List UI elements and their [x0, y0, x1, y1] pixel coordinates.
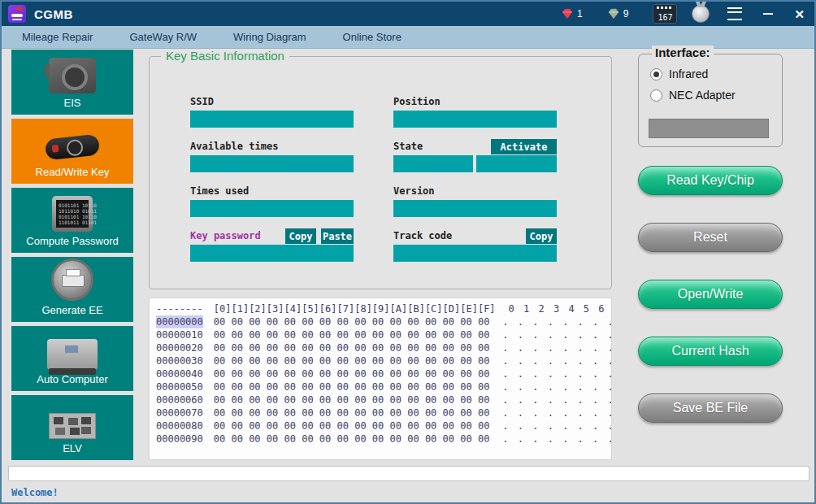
- hex-row-address[interactable]: 00000030: [156, 354, 203, 367]
- hex-row-ascii: . . . . . . . .: [502, 407, 612, 419]
- device-icon: [49, 58, 96, 93]
- hex-row-bytes[interactable]: 00 00 00 00 00 00 00 00 00 00 00 00 00 0…: [214, 381, 490, 393]
- titlebar-right-cluster: 1 9 167 ✕: [561, 2, 814, 26]
- hex-row-address[interactable]: 00000080: [156, 419, 203, 432]
- green-gem-count: 9: [623, 8, 629, 20]
- sidebar-item-label: EIS: [64, 97, 81, 109]
- sidebar-item-label: Compute Password: [26, 235, 118, 247]
- hex-row[interactable]: 0000004000 00 00 00 00 00 00 00 00 00 00…: [156, 367, 611, 380]
- hex-row-address[interactable]: 00000020: [156, 341, 203, 354]
- hex-viewer[interactable]: --------[0][1][2][3][4][5][6][7][8][9][A…: [149, 298, 612, 460]
- position-label: Position: [393, 96, 441, 107]
- sidebar-item[interactable]: ELV: [11, 395, 133, 460]
- track-code-field[interactable]: [393, 245, 557, 262]
- app-logo-icon: [8, 5, 26, 23]
- title-bar: CGMB 1 9 167 ✕: [2, 2, 814, 26]
- hex-header-columns: [0][1][2][3][4][5][6][7][8][9][A][B][C][…: [214, 303, 496, 315]
- hex-row-bytes[interactable]: 00 00 00 00 00 00 00 00 00 00 00 00 00 0…: [214, 420, 490, 432]
- action-button[interactable]: Save BE File: [638, 393, 783, 423]
- hex-row-address[interactable]: 00000040: [156, 367, 203, 380]
- hex-rows: 0000000000 00 00 00 00 00 00 00 00 00 00…: [156, 315, 611, 445]
- hex-row[interactable]: 0000005000 00 00 00 00 00 00 00 00 00 00…: [156, 380, 611, 393]
- hex-row[interactable]: 0000008000 00 00 00 00 00 00 00 00 00 00…: [156, 419, 611, 432]
- hex-row-ascii: . . . . . . . .: [502, 433, 612, 445]
- track-code-label: Track code: [393, 230, 452, 241]
- hex-row-ascii: . . . . . . . .: [502, 368, 612, 380]
- device-icon: [49, 413, 96, 439]
- main-content: EIS Read/Write Key Compute Password Gene…: [2, 49, 814, 503]
- radio-button-icon[interactable]: [650, 89, 662, 102]
- position-field[interactable]: [393, 111, 557, 128]
- hex-row[interactable]: 0000003000 00 00 00 00 00 00 00 00 00 00…: [156, 354, 611, 367]
- menu-item[interactable]: Mileage Repair: [22, 31, 93, 43]
- device-icon: [51, 259, 93, 301]
- sidebar-item[interactable]: Read/Write Key: [11, 119, 133, 184]
- activate-button[interactable]: Activate: [491, 139, 557, 154]
- sidebar: EIS Read/Write Key Compute Password Gene…: [11, 50, 133, 464]
- hex-row-bytes[interactable]: 00 00 00 00 00 00 00 00 00 00 00 00 00 0…: [214, 342, 490, 354]
- version-field[interactable]: [393, 200, 557, 217]
- interface-panel-title: Interface:: [652, 46, 714, 59]
- counter-value: 167: [658, 12, 672, 23]
- radio-option-infrared[interactable]: Infrared: [650, 67, 782, 80]
- track-code-copy-button[interactable]: Copy: [526, 228, 557, 244]
- hex-row-address[interactable]: 00000000: [156, 315, 203, 328]
- radio-button-icon[interactable]: [650, 68, 662, 80]
- counter-icon: 167: [653, 4, 677, 24]
- version-label: Version: [393, 185, 435, 197]
- hex-row-bytes[interactable]: 00 00 00 00 00 00 00 00 00 00 00 00 00 0…: [214, 329, 490, 341]
- hex-row[interactable]: 0000007000 00 00 00 00 00 00 00 00 00 00…: [156, 406, 611, 419]
- device-icon: [47, 339, 98, 370]
- action-button[interactable]: Reset: [638, 223, 783, 252]
- action-button[interactable]: Read Key/Chip: [638, 166, 783, 195]
- hex-row-bytes[interactable]: 00 00 00 00 00 00 00 00 00 00 00 00 00 0…: [214, 407, 490, 419]
- radio-option-nec-adapter[interactable]: NEC Adapter: [650, 89, 782, 102]
- available-times-field[interactable]: [190, 155, 354, 172]
- counter-dots: [657, 7, 673, 9]
- sidebar-item[interactable]: Auto Computer: [11, 326, 133, 391]
- hex-row-bytes[interactable]: 00 00 00 00 00 00 00 00 00 00 00 00 00 0…: [214, 316, 490, 328]
- hex-row-bytes[interactable]: 00 00 00 00 00 00 00 00 00 00 00 00 00 0…: [214, 368, 490, 380]
- hex-header-row: --------[0][1][2][3][4][5][6][7][8][9][A…: [156, 302, 611, 315]
- hex-row-address[interactable]: 00000010: [156, 328, 203, 341]
- state-field-1[interactable]: [393, 155, 473, 172]
- sidebar-item[interactable]: EIS: [11, 50, 133, 115]
- hex-row[interactable]: 0000001000 00 00 00 00 00 00 00 00 00 00…: [156, 328, 611, 341]
- state-label: State: [393, 141, 423, 152]
- hamburger-menu-icon[interactable]: [727, 7, 742, 20]
- hex-row-ascii: . . . . . . . .: [502, 329, 612, 341]
- menu-item[interactable]: Online Store: [343, 31, 401, 43]
- hex-row-bytes[interactable]: 00 00 00 00 00 00 00 00 00 00 00 00 00 0…: [214, 433, 490, 445]
- key-password-field[interactable]: [190, 245, 354, 262]
- sidebar-item[interactable]: Compute Password: [11, 188, 133, 253]
- interface-status-bar: [649, 119, 769, 138]
- sidebar-item-label: Read/Write Key: [36, 166, 110, 178]
- sidebar-item[interactable]: Generate EE: [11, 257, 133, 322]
- hex-row-address[interactable]: 00000060: [156, 393, 203, 406]
- hex-row[interactable]: 0000006000 00 00 00 00 00 00 00 00 00 00…: [156, 393, 611, 406]
- times-used-field[interactable]: [190, 200, 354, 217]
- ssid-field[interactable]: [190, 111, 354, 128]
- hex-row-address[interactable]: 00000070: [156, 406, 203, 419]
- hex-row[interactable]: 0000000000 00 00 00 00 00 00 00 00 00 00…: [156, 315, 611, 328]
- sidebar-item-label: ELV: [63, 442, 82, 454]
- action-button[interactable]: Current Hash: [638, 337, 783, 366]
- close-button[interactable]: ✕: [794, 8, 805, 20]
- key-password-paste-button[interactable]: Paste: [321, 228, 354, 244]
- green-gem-badge: 9: [607, 8, 629, 20]
- hex-row[interactable]: 0000002000 00 00 00 00 00 00 00 00 00 00…: [156, 341, 611, 354]
- hex-row-address[interactable]: 00000090: [156, 432, 203, 445]
- sidebar-item-label: Auto Computer: [37, 373, 107, 385]
- hex-row-bytes[interactable]: 00 00 00 00 00 00 00 00 00 00 00 00 00 0…: [214, 355, 490, 367]
- app-window: CGMB 1 9 167 ✕ Mileage Repair GateW: [0, 0, 816, 504]
- hex-row-address[interactable]: 00000050: [156, 380, 203, 393]
- minimize-button[interactable]: [763, 13, 773, 15]
- sidebar-item-label: Generate EE: [41, 304, 102, 316]
- hex-row-bytes[interactable]: 00 00 00 00 00 00 00 00 00 00 00 00 00 0…: [214, 394, 490, 406]
- action-button[interactable]: Open/Write: [638, 280, 783, 309]
- menu-item[interactable]: Wiring Diagram: [233, 31, 306, 43]
- hex-row[interactable]: 0000009000 00 00 00 00 00 00 00 00 00 00…: [156, 432, 611, 445]
- state-field-2[interactable]: [476, 155, 557, 172]
- menu-item[interactable]: GateWay R/W: [129, 31, 197, 43]
- key-password-copy-button[interactable]: Copy: [285, 228, 316, 244]
